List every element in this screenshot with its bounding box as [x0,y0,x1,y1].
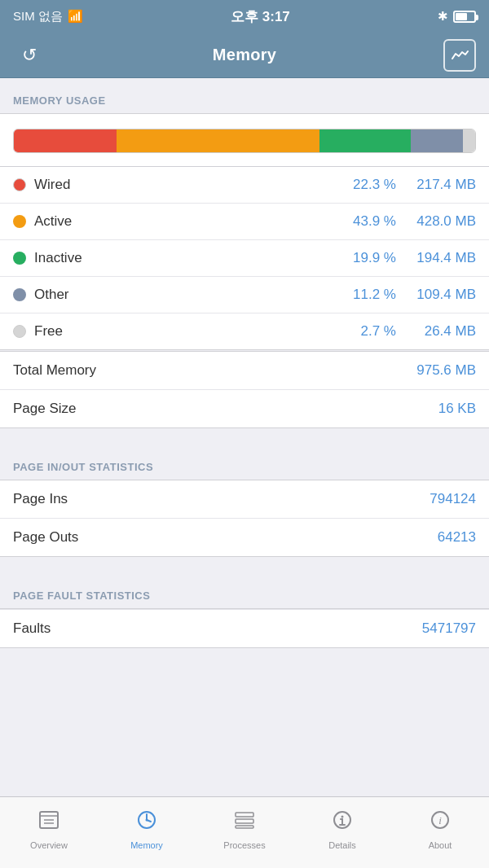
memory-bar-container [0,113,489,166]
active-row: Active 43.9 % 428.0 MB [0,203,489,239]
svg-rect-10 [236,826,253,828]
other-row: Other 11.2 % 109.4 MB [0,276,489,313]
status-bar: SIM 없음 📶 오후 3:17 ✱ [0,0,489,33]
total-memory-label: Total Memory [13,362,96,379]
total-memory-row: Total Memory 975.6 MB [0,352,489,389]
page-inout-card: Page Ins 794124 Page Outs 64213 [0,480,489,557]
memory-legend-card: Wired 22.3 % 217.4 MB Active 43.9 % 428.… [0,166,489,350]
page-ins-value: 794124 [430,491,476,507]
inactive-row: Inactive 19.9 % 194.4 MB [0,239,489,276]
about-icon: i [429,809,452,837]
wired-label: Wired [34,177,339,193]
svg-rect-8 [236,813,253,817]
content-area: MEMORY USAGE Wired 22.3 % 217.4 MB Activ… [0,78,489,721]
other-value: 109.4 MB [403,287,476,303]
active-label: Active [34,213,339,230]
other-percent: 11.2 % [339,287,396,303]
battery-indicator [453,11,476,23]
overview-icon [37,809,60,837]
refresh-icon: ↺ [22,45,37,66]
bar-other [411,129,462,152]
tab-about[interactable]: i About [391,797,489,868]
inactive-value: 194.4 MB [403,250,476,266]
inactive-dot [13,252,26,265]
wired-dot [13,178,26,191]
inactive-label: Inactive [34,250,339,266]
processes-label: Processes [223,840,265,850]
memory-bar [13,129,476,153]
divider-2 [0,557,489,573]
memory-usage-header: MEMORY USAGE [0,78,489,113]
total-memory-value: 975.6 MB [416,362,476,379]
status-carrier-wifi: SIM 없음 📶 [13,9,83,24]
bar-inactive [319,129,412,152]
faults-value: 5471797 [422,620,476,637]
nav-title: Memory [213,46,277,64]
chart-icon [451,49,469,62]
svg-rect-9 [236,819,253,823]
tab-processes[interactable]: Processes [196,797,293,868]
processes-icon [233,809,256,837]
page-size-row: Page Size 16 KB [0,389,489,427]
details-icon [331,809,354,837]
details-label: Details [328,840,356,850]
page-ins-row: Page Ins 794124 [0,480,489,518]
svg-text:i: i [438,814,442,826]
free-value: 26.4 MB [403,323,476,340]
free-dot [13,325,26,338]
tab-memory[interactable]: Memory [98,797,196,868]
wired-percent: 22.3 % [339,177,396,193]
memory-tab-label: Memory [130,840,163,850]
free-row: Free 2.7 % 26.4 MB [0,313,489,349]
page-outs-row: Page Outs 64213 [0,518,489,556]
faults-row: Faults 5471797 [0,609,489,647]
status-time: 오후 3:17 [231,7,290,26]
active-percent: 43.9 % [339,213,396,230]
tab-overview[interactable]: Overview [0,797,98,868]
free-percent: 2.7 % [339,323,396,340]
other-dot [13,288,26,301]
page-ins-label: Page Ins [13,491,68,507]
faults-label: Faults [13,620,51,637]
inactive-percent: 19.9 % [339,250,396,266]
bar-free [463,129,475,152]
page-size-label: Page Size [13,401,77,417]
overview-label: Overview [30,840,68,850]
svg-point-12 [341,816,344,818]
page-fault-header: PAGE FAULT STATISTICS [0,573,489,608]
wifi-icon: 📶 [68,9,83,24]
free-label: Free [34,323,339,340]
bar-active [117,129,319,152]
page-outs-label: Page Outs [13,529,78,546]
memory-info-card: Total Memory 975.6 MB Page Size 16 KB [0,351,489,428]
refresh-button[interactable]: ↺ [13,39,46,72]
status-battery: ✱ [438,9,476,24]
nav-bar: ↺ Memory [0,33,489,78]
bluetooth-icon: ✱ [438,9,448,24]
memory-icon [135,809,158,837]
bar-wired [14,129,117,152]
svg-point-7 [146,819,148,822]
wired-row: Wired 22.3 % 217.4 MB [0,167,489,203]
about-label: About [429,840,452,850]
page-outs-value: 64213 [438,529,476,546]
wired-value: 217.4 MB [403,177,476,193]
page-size-value: 16 KB [438,401,476,417]
active-dot [13,215,26,228]
page-inout-header: PAGE IN/OUT STATISTICS [0,445,489,480]
divider-1 [0,428,489,445]
tab-bar: Overview Memory Processes [0,796,489,868]
chart-button[interactable] [443,39,476,72]
other-label: Other [34,287,339,303]
active-value: 428.0 MB [403,213,476,230]
tab-details[interactable]: Details [293,797,391,868]
carrier-label: SIM 없음 [13,9,63,24]
page-fault-card: Faults 5471797 [0,608,489,648]
